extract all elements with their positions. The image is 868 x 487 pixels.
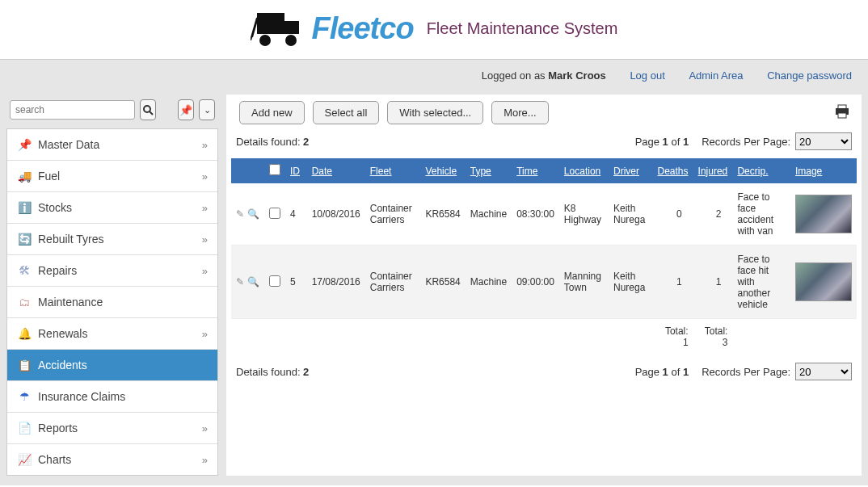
sidebar-item-maintenance[interactable]: 🗂Maintenance (7, 287, 217, 318)
menu-icon: 📄 (17, 421, 32, 435)
sidebar-item-fuel[interactable]: 🚚Fuel» (7, 161, 217, 192)
svg-point-2 (259, 35, 271, 46)
search-icon (142, 104, 154, 115)
col-location[interactable]: Location (559, 158, 609, 183)
view-icon[interactable]: 🔍 (247, 276, 259, 288)
menu-icon: 🗂 (17, 295, 32, 309)
col-deaths[interactable]: Deaths (652, 158, 693, 183)
edit-icon[interactable]: ✎ (236, 208, 244, 220)
sidebar-item-renewals[interactable]: 🔔Renewals» (7, 318, 217, 350)
username: Mark Croos (548, 69, 606, 82)
with-selected-button[interactable]: With selected... (387, 101, 483, 124)
cell-vehicle: KR6584 (420, 246, 465, 319)
col-id[interactable]: ID (285, 158, 307, 183)
admin-link[interactable]: Admin Area (689, 69, 743, 82)
sidebar-item-label: Reports (38, 422, 78, 435)
cell-driver: Keith Nurega (609, 246, 652, 319)
menu-icon: 🚚 (17, 169, 32, 183)
search-input[interactable] (10, 100, 135, 120)
edit-icon[interactable]: ✎ (236, 276, 244, 288)
svg-rect-1 (284, 21, 299, 34)
rpp-select-bottom[interactable]: 20 (795, 363, 852, 380)
select-all-checkbox[interactable] (269, 164, 280, 175)
menu-icon: ☂ (17, 389, 32, 404)
col-image[interactable]: Image (790, 158, 857, 183)
header-logo: Fleetco Fleet Maintenance System (0, 0, 868, 60)
collapse-button[interactable]: ⌄ (199, 99, 215, 120)
row-checkbox[interactable] (269, 208, 280, 219)
menu-icon: ℹ️ (17, 200, 32, 215)
cell-id: 4 (285, 183, 307, 246)
sidebar-item-label: Accidents (38, 359, 87, 372)
cell-deaths: 1 (652, 246, 693, 319)
chevron-right-icon: » (202, 328, 208, 340)
sidebar-item-stocks[interactable]: ℹ️Stocks» (7, 192, 217, 224)
total-injured: Total: 3 (693, 319, 733, 355)
cell-date: 17/08/2016 (307, 246, 365, 319)
total-deaths: Total: 1 (652, 319, 693, 355)
sidebar-item-label: Fuel (38, 170, 60, 183)
cell-location: Manning Town (559, 246, 609, 319)
cell-location: K8 Highway (559, 183, 609, 246)
sidebar-item-label: Charts (38, 453, 71, 466)
print-button[interactable] (834, 104, 850, 121)
sidebar-item-label: Maintenance (38, 296, 103, 309)
search-row: 📌 ⌄ (6, 94, 218, 128)
col-time[interactable]: Time (512, 158, 559, 183)
sidebar-item-master-data[interactable]: 📌Master Data» (7, 129, 217, 161)
details-found-bottom: Details found: 2 (236, 366, 309, 378)
select-all-button[interactable]: Select all (313, 101, 380, 124)
chevron-right-icon: » (202, 202, 208, 214)
chevron-right-icon: » (202, 170, 208, 183)
add-new-button[interactable]: Add new (239, 101, 305, 124)
row-checkbox[interactable] (269, 275, 280, 287)
col-injured[interactable]: Injured (693, 158, 733, 183)
col-type[interactable]: Type (466, 158, 512, 183)
topbar: Logged on as Mark Croos Log out Admin Ar… (0, 60, 868, 91)
more-button[interactable]: More... (491, 101, 548, 124)
col-fleet[interactable]: Fleet (365, 158, 421, 183)
menu-icon: 📌 (17, 137, 32, 152)
col-date[interactable]: Date (307, 158, 365, 183)
cell-injured: 1 (693, 246, 733, 319)
pin-button[interactable]: 📌 (178, 99, 194, 120)
sidebar-item-label: Insurance Claims (38, 390, 125, 403)
chevron-down-icon: ⌄ (204, 105, 211, 115)
logout-link[interactable]: Log out (630, 69, 664, 82)
brand-subtitle: Fleet Maintenance System (427, 19, 618, 38)
pin-icon: 📌 (179, 104, 192, 116)
svg-line-5 (150, 111, 153, 115)
page-info-bottom: Page 1 of 1 (635, 366, 689, 378)
col-decrip[interactable]: Decrip. (732, 158, 790, 183)
sidebar-item-label: Stocks (38, 201, 72, 214)
cell-driver: Keith Nurega (609, 183, 652, 246)
sidebar-menu: 📌Master Data»🚚Fuel»ℹ️Stocks»🔄Rebuilt Tyr… (6, 128, 218, 476)
cell-deaths: 0 (652, 183, 693, 246)
table-row: ✎🔍410/08/2016Container CarriersKR6584Mac… (231, 183, 857, 246)
sidebar-item-repairs[interactable]: 🛠Repairs» (7, 255, 217, 287)
col-driver[interactable]: Driver (609, 158, 652, 183)
sidebar-item-insurance-claims[interactable]: ☂Insurance Claims (7, 381, 217, 413)
cell-fleet: Container Carriers (365, 246, 421, 319)
changepw-link[interactable]: Change password (767, 69, 852, 82)
menu-icon: 📈 (17, 452, 32, 467)
cell-image[interactable] (790, 246, 857, 319)
sidebar-item-rebuilt-tyres[interactable]: 🔄Rebuilt Tyres» (7, 224, 217, 255)
view-icon[interactable]: 🔍 (247, 208, 259, 220)
cell-image[interactable] (790, 183, 857, 246)
cell-type: Machine (466, 246, 512, 319)
table-row: ✎🔍517/08/2016Container CarriersKR6584Mac… (231, 246, 857, 319)
svg-rect-8 (838, 113, 846, 118)
sidebar-item-charts[interactable]: 📈Charts» (7, 444, 217, 475)
col-vehicle[interactable]: Vehicle (420, 158, 465, 183)
chevron-right-icon: » (202, 233, 208, 246)
search-button[interactable] (140, 99, 156, 120)
truck-icon (251, 6, 307, 51)
accidents-table: IDDateFleetVehicleTypeTimeLocationDriver… (231, 158, 857, 355)
sidebar-item-reports[interactable]: 📄Reports» (7, 413, 217, 444)
logged-label: Logged on as (482, 69, 548, 82)
rpp-select[interactable]: 20 (795, 132, 852, 150)
sidebar-item-accidents[interactable]: 📋Accidents (7, 350, 217, 381)
svg-point-4 (144, 106, 150, 112)
col-checkbox (264, 158, 285, 183)
